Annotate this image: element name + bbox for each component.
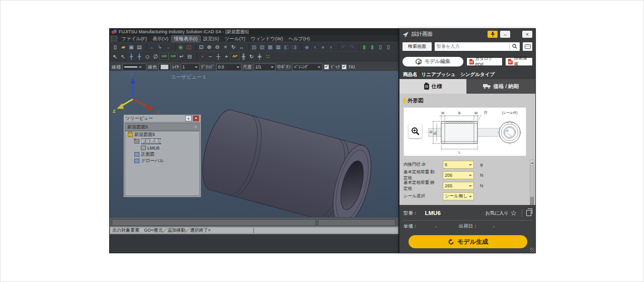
tab-spec[interactable]: 仕様 [399, 79, 466, 94]
grid-dropdown[interactable]: 0.0 [216, 63, 242, 71]
return-box-icon[interactable]: ↵ [178, 53, 186, 60]
rotate-view-icon[interactable]: ↻ [229, 43, 237, 51]
pick-checkbox[interactable]: ﾋﾟｯｸ [324, 64, 340, 69]
solid-blob-4-icon[interactable]: ◗ [327, 43, 335, 51]
tree-dock-button[interactable]: ▴ [185, 115, 192, 121]
search-submit-button[interactable] [509, 43, 520, 50]
separator[interactable] [336, 43, 339, 50]
scrollbar-thumb[interactable] [530, 197, 534, 205]
spec-dropdown[interactable]: 265 [443, 182, 474, 190]
shade-mode-1-icon[interactable]: ◧ [282, 43, 290, 51]
print-icon[interactable]: ▤ [135, 43, 143, 51]
open-folder-icon[interactable]: ▰ [119, 43, 127, 51]
view-globe-icon[interactable]: ◉ [177, 43, 185, 51]
link-icon[interactable]: ∅ [151, 53, 159, 60]
move-cross-1-icon[interactable]: ╋ [127, 53, 135, 60]
minimize-button[interactable]: – [500, 31, 510, 38]
prim-cylinder-1-icon[interactable]: ▮ [360, 43, 368, 51]
view-cube-1-icon[interactable]: ▧ [250, 43, 258, 51]
tree-drawing-dropdown[interactable]: 新規図面5 [125, 123, 200, 131]
catalog-pdf-button[interactable]: カタログPDF [467, 58, 502, 65]
point-mid-icon[interactable]: ┄ [206, 53, 214, 60]
zoom-window-icon[interactable]: ⊡ [197, 43, 205, 51]
endpoint-icon[interactable]: ┼ [214, 53, 222, 60]
point-red-icon[interactable]: • [198, 53, 206, 60]
prim-cylinder-2-icon[interactable]: ▮ [368, 43, 376, 51]
select-pick-icon[interactable]: ↖ [111, 53, 119, 60]
tree-item-front-view[interactable]: 正面図 [125, 151, 199, 158]
pan-view-icon[interactable]: ↔ [237, 43, 246, 51]
spec-dropdown[interactable]: 206 [443, 171, 474, 179]
menu-view[interactable]: 表示(V) [150, 36, 171, 42]
view-cube-3-icon[interactable]: ▩ [266, 43, 274, 51]
back-arrow-icon[interactable]: ← [148, 43, 156, 51]
forward-arrow-icon[interactable]: → [164, 43, 172, 51]
rotate-point-icon[interactable]: ↻ [248, 53, 256, 60]
zoom-fit-icon[interactable]: × [221, 43, 229, 51]
history-arrow-icon[interactable]: ↳ [156, 43, 164, 51]
separator[interactable] [357, 43, 359, 50]
favorite-star-icon[interactable]: ☆ [510, 209, 517, 217]
menu-settings[interactable]: 設定(S) [201, 36, 222, 42]
layer-dropdown[interactable]: 1 [181, 63, 200, 71]
tech-info-button[interactable]: 技術情報 [506, 58, 532, 65]
menu-window[interactable]: ウィンドウ(W) [248, 36, 285, 42]
menu-file[interactable]: ファイル(F) [119, 36, 149, 42]
search-screen-button[interactable]: 検索画面 [403, 42, 432, 51]
chat-button[interactable] [523, 42, 532, 51]
solid-blob-1-icon[interactable]: ◆ [303, 43, 311, 51]
to-3d-icon[interactable]: ◫ [185, 43, 193, 51]
solid-blob-2-icon[interactable]: ◖ [311, 43, 319, 51]
spec-dropdown[interactable]: シール無し [443, 192, 474, 200]
prim-cylinder-3-icon[interactable]: ▯ [376, 43, 384, 51]
prim-cylinder-4-icon[interactable]: ▯ [384, 43, 392, 51]
spec-dropdown[interactable]: 6 [443, 161, 474, 169]
menu-info-display[interactable]: 情報表示(I) [172, 36, 200, 42]
separator[interactable] [247, 43, 249, 50]
shade-mode-2-icon[interactable]: ◨ [290, 43, 298, 51]
tab-price-delivery[interactable]: 価格 / 納期 [466, 79, 535, 94]
resize-grip[interactable] [530, 248, 535, 252]
separator[interactable] [144, 43, 147, 50]
gr-button-2[interactable]: GR [169, 53, 178, 60]
pin-button[interactable] [488, 31, 498, 38]
snap-plus-icon[interactable]: + [222, 53, 230, 60]
redo-icon[interactable]: ↷ [348, 43, 356, 51]
cross-checkbox[interactable]: ｸﾛｽ [342, 64, 356, 69]
spec-scrollbar[interactable] [530, 160, 534, 205]
linecolor-swatch[interactable] [158, 63, 171, 71]
ap-toggle[interactable]: AP [230, 53, 239, 60]
middle-button-dropdown[interactable]: ﾊﾟﾝﾆﾝｸﾞ [292, 63, 323, 71]
new-file-icon[interactable]: ▯ [111, 43, 119, 51]
close-button[interactable]: × [522, 31, 532, 38]
separator[interactable] [299, 43, 302, 50]
linetype-dropdown[interactable] [122, 63, 146, 71]
separator[interactable] [195, 53, 197, 60]
zoom-in-icon[interactable]: ⊕ [205, 43, 213, 51]
dot-grid-icon[interactable]: ∷ [264, 53, 272, 60]
polygon-icon[interactable]: ◇ [143, 53, 151, 60]
undo-icon[interactable]: ↶ [340, 43, 348, 51]
command-input-field[interactable] [112, 219, 316, 226]
scroll-up-button[interactable] [530, 160, 534, 165]
tree-item-root[interactable]: 新規図面5 [125, 131, 199, 138]
view-cube-2-icon[interactable]: ▨ [258, 43, 266, 51]
model-edit-button[interactable]: モデル編集 [403, 57, 463, 66]
menu-help[interactable]: ヘルプ(H) [286, 36, 312, 42]
tree-item-global[interactable]: グローバル [125, 158, 199, 164]
drawing-zoom-button[interactable] [409, 124, 422, 138]
menu-system-icon[interactable] [111, 36, 117, 41]
save-icon[interactable]: ▣ [127, 43, 135, 51]
menu-tools[interactable]: ツール(T) [222, 36, 248, 42]
separator[interactable] [173, 43, 176, 50]
tree-item-assembly[interactable]: 新規図面5 [125, 138, 199, 145]
view-cube-4-icon[interactable]: ▦ [274, 43, 282, 51]
move-cross-2-icon[interactable]: ╋ [135, 53, 143, 60]
tree-item-part[interactable]: LMU6 [125, 145, 199, 151]
copy-icon[interactable] [526, 210, 531, 216]
zoom-out-icon[interactable]: ⊖ [213, 43, 221, 51]
grid-toggle-icon[interactable]: ╫ [239, 53, 248, 60]
solid-blob-3-icon[interactable]: ● [319, 43, 327, 51]
select-arrow-icon[interactable]: ↖ [119, 53, 127, 60]
scale-dropdown[interactable]: 1/1 [254, 63, 276, 71]
